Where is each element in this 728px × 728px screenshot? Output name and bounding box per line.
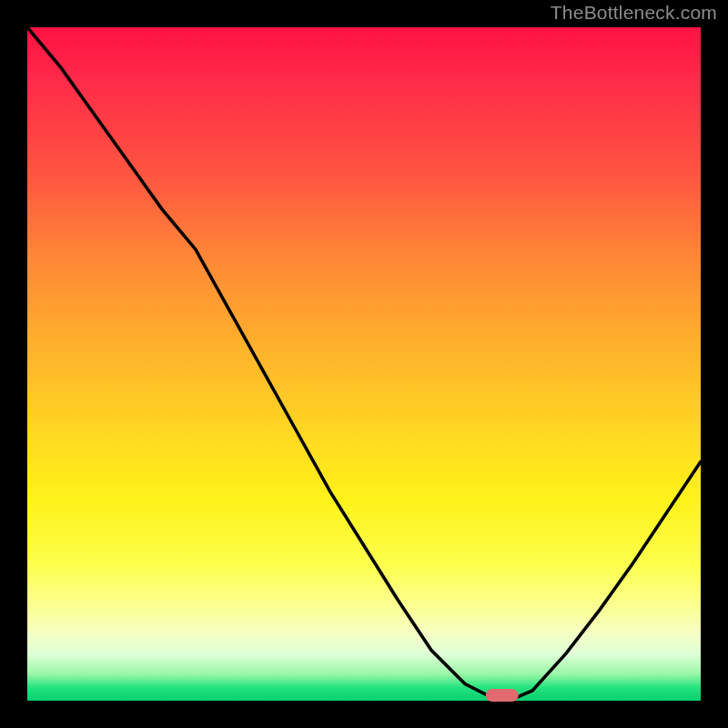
bottleneck-curve	[27, 27, 701, 701]
chart-frame: TheBottleneck.com	[0, 0, 728, 728]
plot-area	[27, 27, 701, 701]
optimum-marker	[486, 689, 519, 702]
curve-path	[27, 27, 701, 700]
watermark-label: TheBottleneck.com	[551, 2, 717, 24]
